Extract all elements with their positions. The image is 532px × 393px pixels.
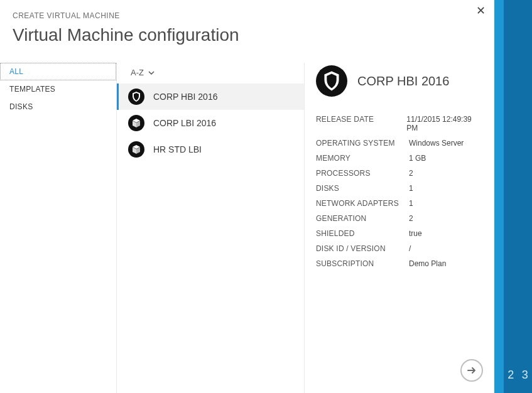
prop-value: / (409, 244, 411, 253)
prop-processors: PROCESSORS 2 (316, 166, 483, 181)
prop-value: 2 (409, 169, 413, 178)
next-button[interactable] (460, 359, 483, 382)
arrow-right-icon (466, 365, 477, 376)
prop-label: NETWORK ADAPTERS (316, 199, 409, 208)
wizard-step-rail: 2 3 (494, 0, 532, 393)
sidebar-item-all[interactable]: ALL (0, 63, 116, 80)
list-item[interactable]: CORP LBI 2016 (117, 110, 304, 136)
sidebar-item-label: ALL (9, 67, 23, 76)
prop-network-adapters: NETWORK ADAPTERS 1 (316, 196, 483, 211)
prop-shielded: SHIELDED true (316, 226, 483, 241)
sidebar-item-label: TEMPLATES (9, 85, 55, 94)
sort-dropdown[interactable]: A-Z (117, 68, 304, 83)
step-numbers: 2 3 (504, 369, 532, 382)
prop-label: SUBSCRIPTION (316, 259, 409, 268)
prop-generation: GENERATION 2 (316, 211, 483, 226)
prop-memory: MEMORY 1 GB (316, 151, 483, 166)
prop-value: Demo Plan (409, 259, 446, 268)
step-number[interactable]: 3 (522, 369, 528, 382)
list-item[interactable]: HR STD LBI (117, 136, 304, 163)
cube-icon (128, 141, 144, 158)
detail-panel: CORP HBI 2016 RELEASE DATE 11/1/2015 12:… (305, 63, 494, 393)
detail-title: CORP HBI 2016 (357, 74, 449, 89)
rail-steps: 2 3 (504, 0, 532, 393)
prop-label: DISK ID / VERSION (316, 244, 409, 253)
prop-disk-id-version: DISK ID / VERSION / (316, 241, 483, 256)
prop-operating-system: OPERATING SYSTEM Windows Server (316, 136, 483, 151)
prop-label: GENERATION (316, 214, 409, 223)
detail-header: CORP HBI 2016 (316, 65, 483, 97)
list-item[interactable]: CORP HBI 2016 (117, 83, 304, 110)
shield-icon (316, 65, 347, 97)
sort-label: A-Z (131, 68, 144, 77)
shield-icon (128, 89, 144, 105)
breadcrumb: CREATE VIRTUAL MACHINE (13, 11, 482, 20)
step-number[interactable]: 2 (508, 369, 514, 382)
sidebar-item-label: DISKS (9, 102, 33, 111)
list-item-label: CORP LBI 2016 (153, 118, 216, 128)
prop-value: 1 GB (409, 154, 426, 163)
chevron-down-icon (148, 69, 155, 77)
sidebar: ALL TEMPLATES DISKS (0, 63, 116, 393)
sidebar-item-disks[interactable]: DISKS (0, 98, 116, 116)
prop-value: 2 (409, 214, 413, 223)
cube-icon (128, 115, 144, 131)
prop-value: 11/1/2015 12:49:39 PM (406, 115, 483, 132)
prop-label: SHIELDED (316, 229, 409, 238)
content: ALL TEMPLATES DISKS A-Z (0, 63, 494, 393)
prop-disks: DISKS 1 (316, 181, 483, 196)
prop-subscription: SUBSCRIPTION Demo Plan (316, 256, 483, 271)
prop-release-date: RELEASE DATE 11/1/2015 12:49:39 PM (316, 112, 483, 136)
list-item-label: HR STD LBI (153, 144, 202, 154)
wizard-main: ✕ CREATE VIRTUAL MACHINE Virtual Machine… (0, 0, 494, 393)
prop-label: MEMORY (316, 154, 409, 163)
header: CREATE VIRTUAL MACHINE Virtual Machine c… (0, 0, 494, 51)
close-icon[interactable]: ✕ (476, 4, 486, 18)
prop-label: OPERATING SYSTEM (316, 139, 409, 148)
rail-stripe (494, 0, 504, 393)
list-item-label: CORP HBI 2016 (153, 92, 217, 102)
prop-value: true (409, 229, 422, 238)
template-list: A-Z CORP HBI 2016 CORP LBI 2016 (116, 63, 305, 393)
prop-value: 1 (409, 184, 413, 193)
page-title: Virtual Machine configuration (13, 25, 482, 45)
prop-label: PROCESSORS (316, 169, 409, 178)
sidebar-item-templates[interactable]: TEMPLATES (0, 80, 116, 98)
prop-value: Windows Server (409, 139, 464, 148)
prop-label: DISKS (316, 184, 409, 193)
prop-label: RELEASE DATE (316, 115, 406, 132)
prop-value: 1 (409, 199, 413, 208)
detail-properties: RELEASE DATE 11/1/2015 12:49:39 PM OPERA… (316, 112, 483, 271)
